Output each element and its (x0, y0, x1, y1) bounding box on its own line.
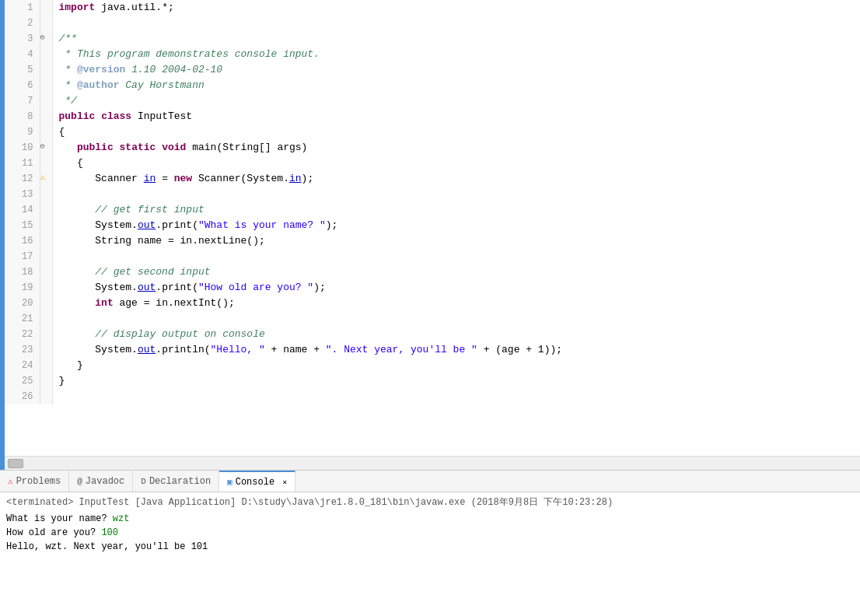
line-gutter: ⊖ (40, 140, 52, 156)
line-number: 13 (5, 187, 40, 202)
line-number: 15 (5, 218, 40, 233)
line-gutter (40, 156, 52, 171)
line-code (52, 249, 860, 264)
line-gutter (40, 124, 52, 140)
problems-tab-label: Problems (16, 476, 61, 487)
line-code (52, 311, 860, 327)
declaration-tab-icon: D (141, 477, 146, 486)
line-number: 4 (5, 47, 40, 62)
line-gutter (40, 280, 52, 296)
line-gutter (40, 233, 52, 249)
code-line-5: 5 * @version 1.10 2004-02-10 (5, 62, 860, 78)
editor-wrapper: 1import java.util.*;23⊖/**4 * This progr… (0, 0, 860, 470)
line-number: 25 (5, 373, 40, 389)
code-line-23: 23 System.out.println("Hello, " + name +… (5, 342, 860, 358)
fold-icon[interactable]: ⊖ (40, 142, 45, 151)
code-line-12: 12⚠ Scanner in = new Scanner(System.in); (5, 171, 860, 187)
tab-declaration[interactable]: DDeclaration (133, 471, 219, 492)
code-line-10: 10⊖ public static void main(String[] arg… (5, 140, 860, 156)
line-gutter (40, 358, 52, 373)
code-line-15: 15 System.out.print("What is your name? … (5, 218, 860, 233)
javadoc-tab-label: Javadoc (86, 476, 124, 487)
line-code: System.out.print("What is your name? "); (52, 218, 860, 233)
declaration-tab-label: Declaration (149, 476, 211, 487)
warning-icon: ⚠ (40, 173, 46, 182)
line-gutter (40, 109, 52, 124)
line-number: 24 (5, 358, 40, 373)
code-line-26: 26 (5, 389, 860, 404)
code-line-14: 14 // get first input (5, 202, 860, 218)
code-line-8: 8public class InputTest (5, 109, 860, 124)
line-code: // display output on console (52, 327, 860, 342)
line-gutter: ⚠ (40, 171, 52, 187)
tab-javadoc[interactable]: @Javadoc (69, 471, 133, 492)
line-gutter (40, 296, 52, 311)
code-table: 1import java.util.*;23⊖/**4 * This progr… (5, 0, 860, 404)
line-number: 10 (5, 140, 40, 156)
line-code: System.out.print("How old are you? "); (52, 280, 860, 296)
line-number: 5 (5, 62, 40, 78)
line-code: public class InputTest (52, 109, 860, 124)
code-line-22: 22 // display output on console (5, 327, 860, 342)
line-number: 3 (5, 31, 40, 47)
line-gutter (40, 0, 52, 16)
line-number: 9 (5, 124, 40, 140)
line-number: 17 (5, 249, 40, 264)
code-line-13: 13 (5, 187, 860, 202)
console-input-value: 100 (101, 527, 118, 538)
horizontal-scrollbar[interactable] (5, 456, 860, 470)
line-number: 16 (5, 233, 40, 249)
line-number: 19 (5, 280, 40, 296)
line-number: 14 (5, 202, 40, 218)
line-gutter (40, 187, 52, 202)
line-gutter (40, 62, 52, 78)
scrollbar-thumb[interactable] (8, 459, 23, 468)
code-line-21: 21 (5, 311, 860, 327)
code-line-17: 17 (5, 249, 860, 264)
line-number: 18 (5, 264, 40, 280)
console-output-line: What is your name? wzt (6, 512, 854, 526)
line-gutter (40, 311, 52, 327)
code-line-6: 6 * @author Cay Horstmann (5, 78, 860, 93)
line-code: { (52, 124, 860, 140)
line-code: { (52, 156, 860, 171)
line-code: // get first input (52, 202, 860, 218)
line-code: // get second input (52, 264, 860, 280)
line-code: String name = in.nextLine(); (52, 233, 860, 249)
line-gutter (40, 342, 52, 358)
console-tab-icon: ▣ (227, 477, 232, 487)
line-number: 21 (5, 311, 40, 327)
fold-icon[interactable]: ⊖ (40, 33, 45, 42)
console-output-line: Hello, wzt. Next year, you'll be 101 (6, 540, 854, 554)
console-close-icon[interactable]: ✕ (282, 478, 287, 487)
tab-problems[interactable]: ⚠Problems (0, 471, 69, 492)
code-line-1: 1import java.util.*; (5, 0, 860, 16)
code-line-7: 7 */ (5, 93, 860, 109)
console-output[interactable]: <terminated> InputTest [Java Application… (0, 492, 860, 616)
line-gutter (40, 327, 52, 342)
code-container[interactable]: 1import java.util.*;23⊖/**4 * This progr… (5, 0, 860, 456)
line-number: 22 (5, 327, 40, 342)
line-gutter (40, 249, 52, 264)
line-code: System.out.println("Hello, " + name + ".… (52, 342, 860, 358)
line-gutter (40, 264, 52, 280)
code-line-18: 18 // get second input (5, 264, 860, 280)
line-code (52, 389, 860, 404)
line-code: /** (52, 31, 860, 47)
code-line-3: 3⊖/** (5, 31, 860, 47)
line-code: } (52, 358, 860, 373)
code-line-2: 2 (5, 16, 860, 31)
console-terminated-line: <terminated> InputTest [Java Application… (6, 495, 854, 509)
tab-console[interactable]: ▣Console✕ (219, 471, 295, 492)
line-number: 1 (5, 0, 40, 16)
line-number: 8 (5, 109, 40, 124)
code-line-19: 19 System.out.print("How old are you? ")… (5, 280, 860, 296)
line-number: 7 (5, 93, 40, 109)
code-line-25: 25} (5, 373, 860, 389)
line-code: int age = in.nextInt(); (52, 296, 860, 311)
line-gutter (40, 93, 52, 109)
line-number: 20 (5, 296, 40, 311)
line-gutter (40, 16, 52, 31)
bottom-tabs: ⚠Problems@JavadocDDeclaration▣Console✕ (0, 470, 860, 492)
line-number: 26 (5, 389, 40, 404)
